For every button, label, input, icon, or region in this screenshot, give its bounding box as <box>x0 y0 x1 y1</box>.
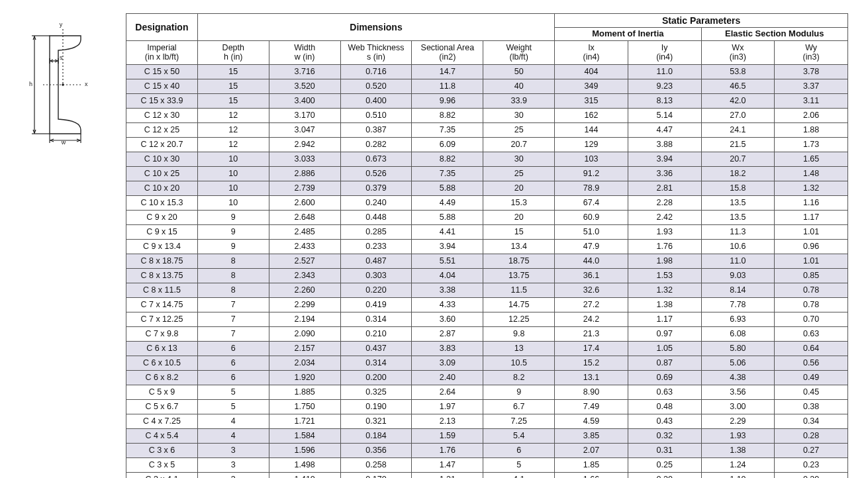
cell-wt: 5.4 <box>483 428 555 443</box>
cell-d: C 15 x 33.9 <box>126 93 198 108</box>
cell-wx: 18.2 <box>701 166 775 181</box>
cell-wt: 20 <box>483 210 555 224</box>
table-row: C 5 x 951.8850.3252.6498.900.633.560.45 <box>126 385 848 399</box>
cell-iy: 4.47 <box>628 122 701 137</box>
cell-s: 0.437 <box>340 341 412 356</box>
cell-h: 8 <box>197 268 269 283</box>
cell-iy: 3.88 <box>628 137 701 152</box>
cell-ix: 44.0 <box>555 254 628 268</box>
table-row: C 7 x 14.7572.2990.4194.3314.7527.21.387… <box>126 297 848 312</box>
cell-d: C 9 x 13.4 <box>126 239 198 254</box>
cell-ix: 349 <box>555 79 628 93</box>
cell-wt: 13.4 <box>483 239 555 254</box>
cell-s: 0.716 <box>340 64 412 79</box>
cell-w: 1.410 <box>269 472 340 478</box>
cell-wt: 5 <box>483 457 555 472</box>
cell-a: 9.96 <box>412 93 483 108</box>
hdr-dimensions: Dimensions <box>197 14 554 41</box>
table-row: C 15 x 50153.7160.71614.75040411.053.83.… <box>126 64 848 79</box>
table-row: C 12 x 30123.1700.5108.82301625.1427.02.… <box>126 108 848 122</box>
cell-wt: 25 <box>483 166 555 181</box>
cell-wt: 6.7 <box>483 399 555 414</box>
cell-wy: 1.48 <box>775 166 848 181</box>
cell-d: C 12 x 25 <box>126 122 198 137</box>
cell-h: 5 <box>197 399 269 414</box>
cell-wy: 0.38 <box>775 399 848 414</box>
cell-s: 0.321 <box>340 414 412 428</box>
cell-d: C 10 x 15.3 <box>126 195 198 210</box>
cell-a: 4.33 <box>412 297 483 312</box>
cell-d: C 9 x 20 <box>126 210 198 224</box>
cell-wy: 0.56 <box>775 356 848 370</box>
cell-ix: 15.2 <box>555 356 628 370</box>
cell-a: 7.35 <box>412 166 483 181</box>
table-row: C 9 x 2092.6480.4485.882060.92.4213.51.1… <box>126 210 848 224</box>
cell-ix: 17.4 <box>555 341 628 356</box>
cell-ix: 60.9 <box>555 210 628 224</box>
cell-wy: 0.64 <box>775 341 848 356</box>
cell-s: 0.356 <box>340 443 412 457</box>
cell-wy: 1.17 <box>775 210 848 224</box>
cell-wy: 0.27 <box>775 443 848 457</box>
cell-d: C 3 x 4.1 <box>126 472 198 478</box>
cell-wx: 6.93 <box>701 312 775 326</box>
cell-h: 8 <box>197 283 269 297</box>
cell-wx: 6.08 <box>701 326 775 341</box>
cell-a: 1.21 <box>412 472 483 478</box>
cell-wt: 14.75 <box>483 297 555 312</box>
cell-iy: 0.32 <box>628 428 701 443</box>
cell-wy: 0.20 <box>775 472 848 478</box>
cell-wt: 30 <box>483 108 555 122</box>
axis-y-label: y <box>60 21 63 28</box>
cell-s: 0.240 <box>340 195 412 210</box>
table-row: C 7 x 12.2572.1940.3143.6012.2524.21.176… <box>126 312 848 326</box>
cell-a: 3.83 <box>412 341 483 356</box>
hdr-elastic: Elastic Section Modulus <box>701 28 847 41</box>
cell-wy: 3.11 <box>775 93 848 108</box>
col-wy: Wy(in3) <box>775 41 848 65</box>
cell-wx: 1.24 <box>701 457 775 472</box>
cell-wx: 20.7 <box>701 152 775 166</box>
cell-w: 2.648 <box>269 210 340 224</box>
hdr-designation: Designation <box>126 14 198 41</box>
cell-d: C 12 x 20.7 <box>126 137 198 152</box>
cell-ix: 32.6 <box>555 283 628 297</box>
cell-wy: 0.78 <box>775 297 848 312</box>
col-imperial: Imperial(in x lb/ft) <box>126 41 198 65</box>
cell-wx: 1.10 <box>701 472 775 478</box>
cell-ix: 51.0 <box>555 224 628 239</box>
cell-d: C 15 x 40 <box>126 79 198 93</box>
cell-iy: 1.38 <box>628 297 701 312</box>
cell-ix: 21.3 <box>555 326 628 341</box>
cell-wx: 3.00 <box>701 399 775 414</box>
cell-w: 3.520 <box>269 79 340 93</box>
cell-ix: 144 <box>555 122 628 137</box>
cell-w: 1.596 <box>269 443 340 457</box>
cell-a: 11.8 <box>412 79 483 93</box>
cell-wt: 4.1 <box>483 472 555 478</box>
cell-s: 0.510 <box>340 108 412 122</box>
cell-iy: 11.0 <box>628 64 701 79</box>
cell-wt: 18.75 <box>483 254 555 268</box>
cell-a: 1.47 <box>412 457 483 472</box>
cell-wy: 3.37 <box>775 79 848 93</box>
cell-wx: 13.5 <box>701 210 775 224</box>
cell-wx: 7.78 <box>701 297 775 312</box>
cell-wx: 8.14 <box>701 283 775 297</box>
cell-d: C 7 x 12.25 <box>126 312 198 326</box>
cell-iy: 2.28 <box>628 195 701 210</box>
cell-wx: 21.5 <box>701 137 775 152</box>
cell-w: 2.739 <box>269 181 340 195</box>
cell-d: C 8 x 18.75 <box>126 254 198 268</box>
cell-h: 9 <box>197 239 269 254</box>
cell-ix: 3.85 <box>555 428 628 443</box>
cell-wy: 3.78 <box>775 64 848 79</box>
table-row: C 7 x 9.872.0900.2102.879.821.30.976.080… <box>126 326 848 341</box>
cell-d: C 6 x 10.5 <box>126 356 198 370</box>
cell-a: 3.38 <box>412 283 483 297</box>
table-row: C 9 x 13.492.4330.2333.9413.447.91.7610.… <box>126 239 848 254</box>
table-row: C 4 x 5.441.5840.1841.595.43.850.321.930… <box>126 428 848 443</box>
cell-h: 10 <box>197 152 269 166</box>
cell-d: C 7 x 9.8 <box>126 326 198 341</box>
cell-iy: 0.43 <box>628 414 701 428</box>
